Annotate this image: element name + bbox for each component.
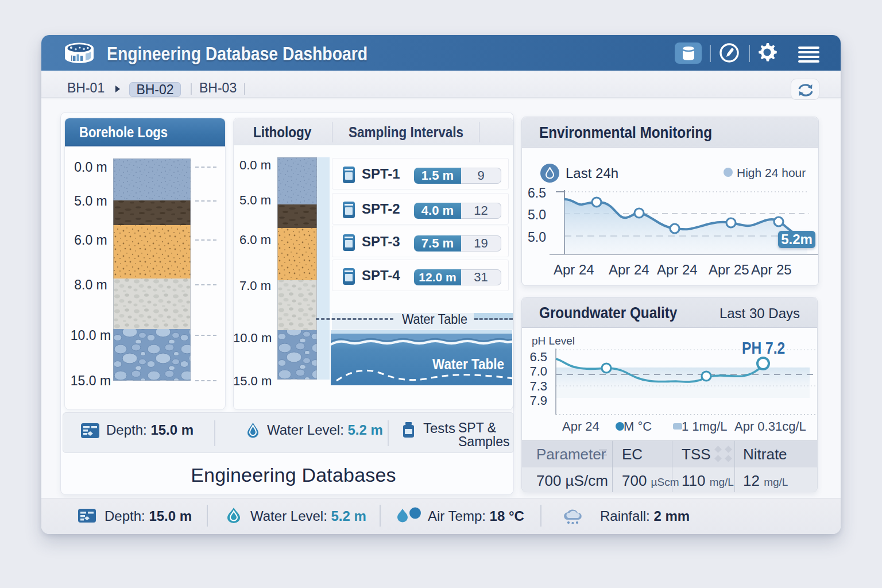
svg-text:Water Table: Water Table [432,356,504,372]
